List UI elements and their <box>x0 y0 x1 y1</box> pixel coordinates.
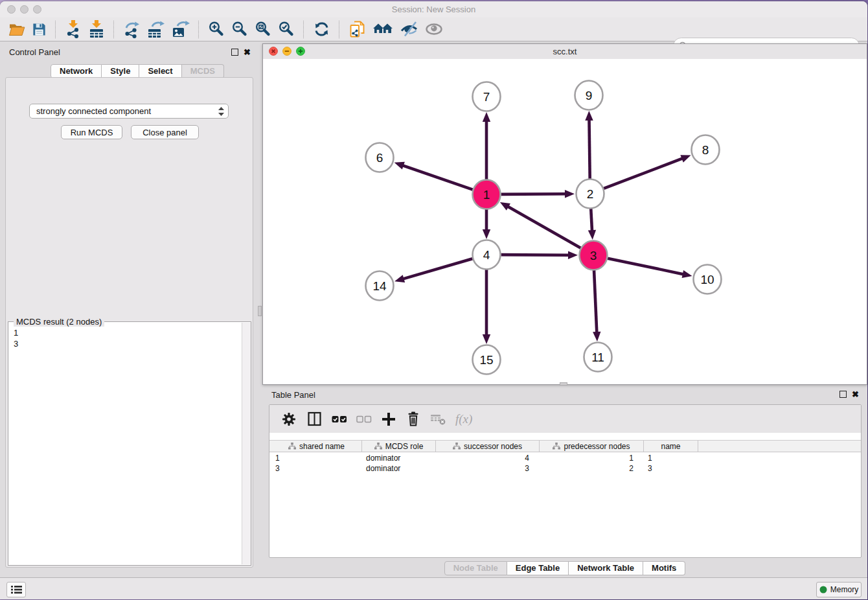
table-splitter-handle[interactable] <box>560 382 567 386</box>
status-bar: Memory <box>0 577 867 599</box>
save-session-icon[interactable] <box>32 19 47 39</box>
zoom-selected-icon[interactable] <box>278 19 295 39</box>
import-table-icon[interactable] <box>88 19 105 39</box>
close-table-panel-icon[interactable]: ✖ <box>852 391 859 397</box>
network-canvas[interactable]: 7968124314101511 <box>263 59 867 384</box>
graph-node-9[interactable]: 9 <box>575 81 603 110</box>
column-header-predecessor-nodes[interactable]: predecessor nodes <box>540 441 644 452</box>
mcds-result-title: MCDS result (2 nodes) <box>14 317 104 327</box>
zoom-out-icon[interactable] <box>231 19 248 39</box>
network-frame-titlebar[interactable]: scc.txt <box>263 44 867 60</box>
graph-node-8[interactable]: 8 <box>692 135 720 165</box>
export-table-icon[interactable] <box>147 19 165 39</box>
hide-selected-icon[interactable] <box>400 19 418 39</box>
select-all-icon[interactable] <box>332 410 347 429</box>
tab-mcds[interactable]: MCDS <box>182 64 224 78</box>
graph-node-1[interactable]: 1 <box>473 180 501 209</box>
zoom-in-icon[interactable] <box>208 19 225 39</box>
close-panel-button[interactable]: Close panel <box>131 125 199 139</box>
export-network-icon[interactable] <box>123 19 141 39</box>
graph-edge-1-6[interactable] <box>402 165 473 190</box>
mcds-result-list[interactable]: 13 <box>8 326 242 565</box>
graph-edge-arrowhead <box>682 270 692 278</box>
column-header-name[interactable]: name <box>644 441 698 452</box>
import-network-icon[interactable] <box>65 19 82 39</box>
column-type-icon <box>374 443 382 450</box>
graph-edge-3-11[interactable] <box>594 270 597 333</box>
close-panel-icon[interactable]: ✖ <box>244 49 251 55</box>
graph-edge-3-1[interactable] <box>507 206 580 248</box>
tab-motifs[interactable]: Motifs <box>643 561 685 575</box>
deselect-all-icon[interactable] <box>356 410 372 429</box>
graph-edge-2-9[interactable] <box>589 119 589 179</box>
panel-splitter-handle[interactable] <box>258 306 262 316</box>
export-image-icon[interactable] <box>172 19 190 39</box>
graph-node-3[interactable]: 3 <box>580 241 608 270</box>
graph-node-2[interactable]: 2 <box>577 179 604 209</box>
tab-network-table[interactable]: Network Table <box>569 561 643 575</box>
memory-status-icon <box>819 586 827 594</box>
tab-select[interactable]: Select <box>139 64 181 78</box>
graph-node-11[interactable]: 11 <box>584 343 612 372</box>
graph-node-10[interactable]: 10 <box>694 265 722 294</box>
column-type-icon <box>453 443 461 450</box>
graph-edge-2-3[interactable] <box>591 208 592 231</box>
delete-entry-icon[interactable] <box>405 410 421 429</box>
table-cell: dominator <box>362 453 436 463</box>
delete-table-icon[interactable] <box>430 410 446 429</box>
graph-edge-arrowhead <box>593 332 600 341</box>
show-all-icon[interactable] <box>425 19 443 39</box>
float-panel-icon[interactable] <box>231 49 238 56</box>
column-header-label: name <box>661 442 680 451</box>
graph-node-4[interactable]: 4 <box>473 240 501 270</box>
column-header-shared-name[interactable]: shared name <box>271 441 362 452</box>
add-entry-icon[interactable] <box>381 410 396 429</box>
graph-edge-3-10[interactable] <box>608 259 684 275</box>
node-label: 4 <box>483 248 490 262</box>
tab-style[interactable]: Style <box>102 64 139 78</box>
home-layout-icon[interactable] <box>372 19 393 39</box>
tab-edge-table[interactable]: Edge Table <box>507 561 569 575</box>
task-history-button[interactable] <box>6 582 26 597</box>
criterion-value: strongly connected component <box>36 106 218 116</box>
table-settings-icon[interactable] <box>280 410 297 429</box>
node-label: 3 <box>590 249 597 262</box>
graph-edge-2-8[interactable] <box>604 158 683 189</box>
table-cell: 3 <box>271 463 362 474</box>
table-toolbar: f(x) <box>269 405 861 433</box>
column-header-label: predecessor nodes <box>564 442 630 451</box>
refresh-view-icon[interactable] <box>313 19 330 39</box>
graph-node-7[interactable]: 7 <box>473 82 501 111</box>
graph-edge-4-3[interactable] <box>501 255 569 255</box>
open-session-icon[interactable] <box>8 19 25 39</box>
split-panel-icon[interactable] <box>306 410 323 429</box>
float-table-panel-icon[interactable] <box>839 391 847 398</box>
column-header-mcds-role[interactable]: MCDS role <box>362 441 436 452</box>
zoom-fit-icon[interactable] <box>255 19 271 39</box>
graph-edge-1-2[interactable] <box>501 194 566 194</box>
tab-network[interactable]: Network <box>51 64 102 78</box>
graph-node-6[interactable]: 6 <box>366 143 394 172</box>
toolbar-separator <box>55 21 56 38</box>
memory-button[interactable]: Memory <box>816 582 862 597</box>
toolbar-separator <box>198 21 200 38</box>
graph-edge-arrowhead <box>483 112 490 122</box>
result-scrollbar[interactable] <box>242 323 251 564</box>
function-builder-icon[interactable]: f(x) <box>455 410 472 429</box>
control-panel-controls: ✖ <box>231 49 251 56</box>
memory-label: Memory <box>830 585 858 594</box>
graph-node-14[interactable]: 14 <box>366 271 394 301</box>
node-label: 15 <box>479 353 493 367</box>
table-row[interactable]: 1dominator411 <box>269 453 861 463</box>
criterion-select[interactable]: strongly connected component <box>29 104 229 119</box>
graph-node-15[interactable]: 15 <box>473 345 501 375</box>
graph-edge-4-14[interactable] <box>403 259 473 279</box>
mcds-result-line: 1 <box>14 327 242 338</box>
table-row[interactable]: 3dominator323 <box>269 463 861 474</box>
column-header-successor-nodes[interactable]: successor nodes <box>436 441 540 452</box>
clone-network-icon[interactable] <box>348 19 366 39</box>
graph-edge-arrowhead <box>483 229 490 239</box>
node-label: 11 <box>591 351 604 364</box>
tab-node-table[interactable]: Node Table <box>444 561 507 575</box>
run-mcds-button[interactable]: Run MCDS <box>61 125 122 139</box>
